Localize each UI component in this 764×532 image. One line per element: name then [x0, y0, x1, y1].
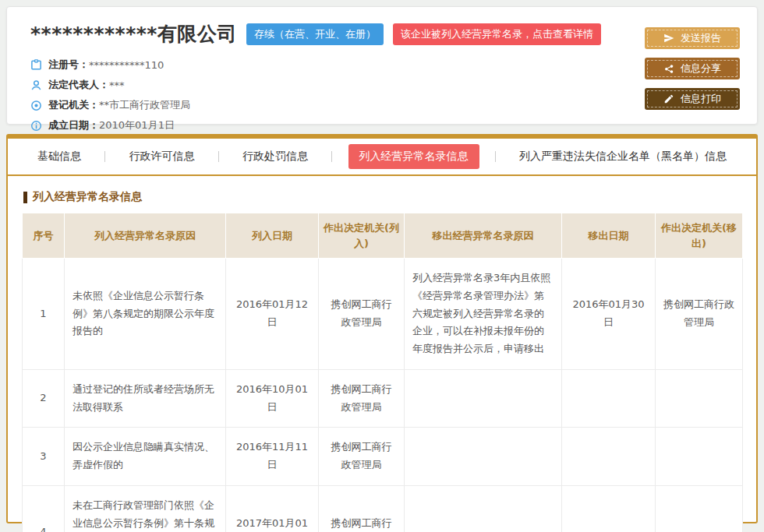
paper-plane-icon	[663, 33, 674, 44]
cell-authority-out	[656, 428, 743, 486]
button-label: 信息分享	[681, 62, 721, 76]
company-info-list: 注册号： ***********110 法定代表人： *** 登记机关： **市…	[30, 55, 741, 136]
col-header-date-in: 列入日期	[226, 213, 319, 259]
info-value: ***********110	[89, 59, 164, 71]
cell-reason-out	[405, 428, 562, 486]
info-label: 登记机关：	[48, 98, 99, 112]
cell-reason-in: 通过登记的住所或者经营场所无法取得联系	[65, 369, 226, 428]
col-header-reason-out: 移出经营异常名录原因	[405, 213, 562, 259]
tab-divider	[218, 151, 219, 162]
cell-authority-out: 携创网工商行政管理局	[656, 259, 743, 370]
col-header-date-out: 移出日期	[562, 213, 656, 259]
tab-abnormal-list[interactable]: 列入经营异常名录信息	[348, 144, 479, 169]
info-label: 法定代表人：	[48, 78, 109, 92]
button-label: 信息打印	[681, 92, 721, 106]
section-title-bar	[23, 192, 27, 203]
info-row-regno: 注册号： ***********110	[30, 55, 741, 75]
section-title: 列入经营异常名录信息	[23, 190, 742, 204]
table-row: 3 因公示企业信息隐瞒真实情况、弄虚作假的 2016年11月11日 携创网工商行…	[23, 428, 743, 486]
button-label: 发送报告	[681, 31, 721, 45]
cell-authority-in: 携创网工商行政管理局	[319, 369, 405, 428]
main-panel: 基础信息 行政许可信息 行政处罚信息 列入经营异常名录信息 列入严重违法失信企业…	[6, 134, 758, 523]
tab-bar: 基础信息 行政许可信息 行政处罚信息 列入经营异常名录信息 列入严重违法失信企业…	[8, 139, 756, 176]
table-header-row: 序号 列入经营异常名录原因 列入日期 作出决定机关(列入) 移出经营异常名录原因…	[23, 213, 743, 259]
tab-divider	[331, 151, 332, 162]
tab-divider	[104, 151, 105, 162]
tab-basic-info[interactable]: 基础信息	[30, 145, 89, 168]
col-header-seq: 序号	[23, 213, 65, 259]
cell-authority-in: 携创网工商行政管理局	[319, 428, 405, 486]
tab-divider	[495, 151, 496, 162]
cell-date-in: 2017年01月01日	[226, 485, 319, 532]
col-header-authority-out: 作出决定机关(移出)	[656, 213, 743, 259]
info-value: ***	[109, 79, 125, 91]
cell-authority-in: 携创网工商行政管理局	[319, 259, 405, 370]
cell-date-in: 2016年01月12日	[226, 259, 319, 370]
tab-admin-license[interactable]: 行政许可信息	[122, 145, 203, 168]
cell-authority-out	[656, 369, 743, 428]
cell-date-out: 2016年01月30日	[562, 259, 656, 370]
share-info-button[interactable]: 信息分享	[645, 58, 740, 79]
print-info-button[interactable]: 信息打印	[645, 88, 740, 110]
abnormal-alert-badge[interactable]: 该企业被列入经营异常名录，点击查看详情	[393, 23, 601, 45]
cell-reason-out	[405, 369, 562, 428]
cell-authority-in: 携创网工商行政管理局	[319, 485, 405, 532]
cell-authority-out	[656, 485, 743, 532]
location-icon	[30, 100, 42, 111]
info-value: **市工商行政管理局	[99, 98, 190, 112]
info-row-authority: 登记机关： **市工商行政管理局	[30, 95, 741, 115]
table-row: 4 未在工商行政管理部门依照《企业信息公示暂行条例》第十条规定责令的期限内公示有…	[23, 485, 743, 532]
abnormal-records-table: 序号 列入经营异常名录原因 列入日期 作出决定机关(列入) 移出经营异常名录原因…	[22, 213, 743, 532]
info-row-legal-rep: 法定代表人： ***	[30, 75, 741, 95]
table-row: 2 通过登记的住所或者经营场所无法取得联系 2016年10月01日 携创网工商行…	[23, 369, 743, 428]
cell-date-out	[562, 485, 656, 532]
cell-date-out	[562, 428, 656, 486]
col-header-authority-in: 作出决定机关(列入)	[319, 213, 405, 259]
cell-reason-in: 因公示企业信息隐瞒真实情况、弄虚作假的	[65, 428, 226, 486]
table-row: 1 未依照《企业信息公示暂行条例》第八条规定的期限公示年度报告的 2016年01…	[23, 259, 743, 370]
status-badge: 存续（在营、开业、在册）	[246, 23, 384, 45]
person-icon	[30, 79, 42, 91]
info-row-founded-date: 成立日期： 2010年01月1日	[30, 115, 741, 136]
cell-reason-out: 列入经营异常名录3年内且依照《经营异常名录管理办法》第六规定被列入经营异常名录的…	[405, 259, 562, 370]
info-label: 成立日期：	[48, 118, 99, 132]
cell-seq: 3	[23, 428, 65, 486]
share-icon	[663, 63, 674, 74]
company-header-card: ************有限公司 存续（在营、开业、在册） 该企业被列入经营异常…	[6, 6, 758, 125]
tab-admin-penalty[interactable]: 行政处罚信息	[235, 145, 316, 168]
info-value: 2010年01月1日	[99, 118, 175, 132]
cell-reason-in: 未在工商行政管理部门依照《企业信息公示暂行条例》第十条规定责令的期限内公示有关企…	[65, 485, 226, 532]
send-report-button[interactable]: 发送报告	[645, 27, 740, 49]
section-title-text: 列入经营异常名录信息	[33, 190, 142, 204]
info-label: 注册号：	[48, 58, 89, 72]
tab-blacklist[interactable]: 列入严重违法失信企业名单（黑名单）信息	[511, 145, 734, 168]
company-name: ************有限公司	[30, 21, 237, 47]
col-header-reason-in: 列入经营异常名录原因	[65, 213, 226, 259]
pencil-icon	[663, 93, 674, 104]
cell-reason-in: 未依照《企业信息公示暂行条例》第八条规定的期限公示年度报告的	[65, 259, 226, 370]
cell-seq: 4	[23, 485, 65, 532]
cell-date-in: 2016年10月01日	[226, 369, 319, 428]
action-buttons: 发送报告 信息分享 信息打印	[645, 27, 740, 110]
cell-date-out	[562, 369, 656, 428]
cell-date-in: 2016年11月11日	[226, 428, 319, 486]
certificate-icon	[30, 59, 42, 71]
cell-reason-out	[405, 485, 562, 532]
info-icon	[30, 120, 42, 132]
cell-seq: 1	[23, 259, 65, 370]
cell-seq: 2	[23, 369, 65, 428]
